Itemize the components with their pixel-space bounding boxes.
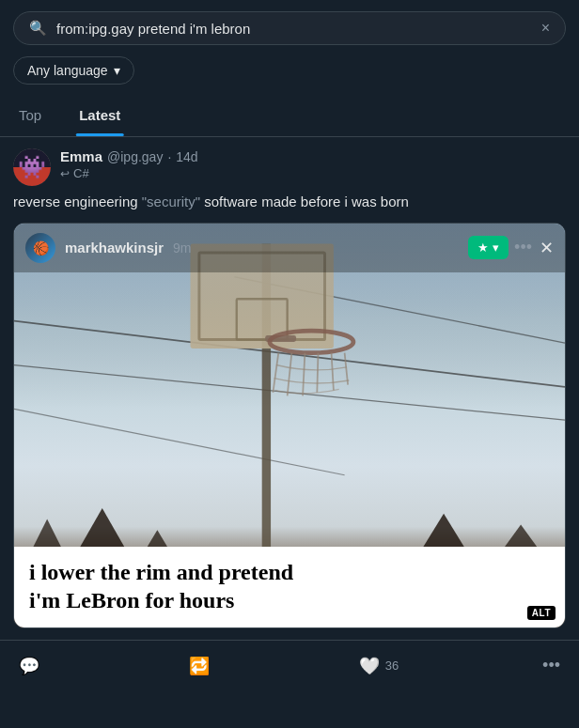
retweet-button[interactable]: 🔁	[183, 650, 221, 682]
embedded-more-icon[interactable]: •••	[514, 238, 532, 257]
author-display-name: Emma	[60, 148, 102, 164]
caption-line1: i lower the rim and pretend	[29, 560, 293, 584]
embedded-image: i lower the rim and pretend i'm LeBron f…	[14, 224, 565, 627]
search-icon: 🔍	[29, 20, 47, 37]
retweet-icon: 🔁	[189, 656, 210, 676]
embedded-author: markhawkinsjr	[65, 240, 164, 256]
lang-tag: ↩ C#	[60, 166, 198, 180]
reply-icon: 💬	[19, 656, 39, 676]
language-filter-button[interactable]: Any language ▾	[13, 56, 134, 85]
post-author-line: Emma @ipg.gay · 14d	[60, 148, 198, 164]
caption-line2: i'm LeBron for hours	[29, 588, 234, 612]
like-button[interactable]: 🤍 36	[353, 650, 404, 682]
embedded-avatar-image: 🏀	[25, 233, 55, 263]
embedded-time: 9m	[173, 240, 191, 256]
embedded-card: 🏀 markhawkinsjr 9m ★ ▾ ••• ✕	[13, 223, 566, 628]
embedded-header: 🏀 markhawkinsjr 9m ★ ▾ ••• ✕	[14, 224, 565, 272]
like-count: 36	[385, 658, 399, 673]
post-actions: 💬 🔁 🤍 36 •••	[0, 641, 579, 684]
avatar-image	[13, 148, 51, 186]
post-text-quoted: "security"	[142, 194, 200, 209]
language-filter: Any language ▾	[13, 56, 566, 85]
tab-top[interactable]: Top	[0, 94, 60, 136]
alt-badge[interactable]: ALT	[527, 606, 556, 620]
reply-button[interactable]: 💬	[13, 650, 51, 682]
post-card: Emma @ipg.gay · 14d ↩ C# reverse enginee…	[0, 137, 579, 641]
search-bar: 🔍 from:ipg.gay pretend i'm lebron ×	[13, 11, 566, 45]
star-chevron-icon: ▾	[493, 240, 499, 255]
more-button[interactable]: •••	[537, 650, 566, 681]
tab-latest[interactable]: Latest	[60, 94, 139, 136]
avatar	[13, 148, 51, 186]
more-icon: •••	[542, 656, 560, 675]
author-handle: @ipg.gay	[107, 149, 163, 164]
search-close-icon[interactable]: ×	[541, 20, 550, 37]
post-header: Emma @ipg.gay · 14d ↩ C#	[13, 148, 566, 186]
post-text-after: software made before i was born	[200, 194, 409, 209]
lang-tag-label: C#	[73, 166, 89, 180]
search-tabs: Top Latest	[0, 94, 579, 137]
star-icon: ★	[477, 240, 489, 255]
star-button[interactable]: ★ ▾	[468, 236, 509, 259]
embedded-close-button[interactable]: ✕	[540, 238, 554, 258]
embedded-actions: ★ ▾ ••• ✕	[468, 236, 554, 259]
caption-text: i lower the rim and pretend i'm LeBron f…	[29, 558, 550, 614]
dot-separator: ·	[167, 149, 171, 164]
post-text: reverse engineering "security" software …	[13, 192, 566, 213]
svg-line-2	[14, 409, 345, 474]
post-time: 14d	[176, 149, 197, 164]
language-filter-label: Any language	[27, 63, 108, 78]
lang-tag-icon: ↩	[60, 167, 70, 180]
post-text-before: reverse engineering	[13, 194, 142, 209]
search-query: from:ipg.gay pretend i'm lebron	[56, 21, 532, 37]
caption-bar: i lower the rim and pretend i'm LeBron f…	[14, 547, 565, 627]
like-icon: 🤍	[359, 656, 380, 676]
post-meta: Emma @ipg.gay · 14d ↩ C#	[60, 148, 198, 180]
chevron-down-icon: ▾	[114, 63, 120, 78]
embedded-avatar: 🏀	[25, 233, 55, 263]
